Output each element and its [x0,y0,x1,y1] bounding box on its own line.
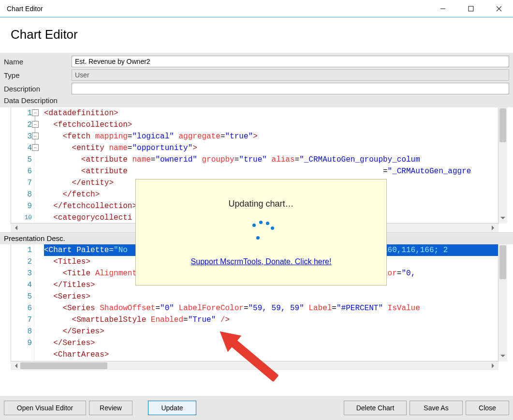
scroll-down-icon[interactable] [498,353,507,361]
scroll-down-icon[interactable] [498,215,507,224]
data-vertical-scrollbar[interactable] [498,107,507,224]
scroll-left-icon[interactable] [11,361,19,370]
delete-chart-button[interactable]: Delete Chart [344,401,407,415]
description-label: Description [4,85,72,93]
review-button[interactable]: Review [89,401,132,415]
popup-message: Updating chart… [228,199,293,209]
fold-icon[interactable]: − [32,133,39,139]
window-title: Chart Editor [7,5,43,13]
fold-icon[interactable]: − [32,144,39,151]
bottom-toolbar: Open Visual Editor Review Update Delete … [0,396,513,420]
window-controls [429,0,513,17]
pres-horizontal-scrollbar[interactable] [11,361,498,370]
scroll-right-icon[interactable] [490,224,498,232]
pres-vertical-scrollbar[interactable] [498,244,507,361]
maximize-button[interactable] [457,0,485,17]
data-description-label: Data Description [4,96,72,105]
fold-icon[interactable]: − [32,121,39,128]
scroll-thumb[interactable] [499,108,506,142]
scroll-right-icon[interactable] [490,361,498,370]
pres-gutter: 1234 5678 9 [11,244,34,361]
open-visual-editor-button[interactable]: Open Visual Editor [4,401,86,415]
update-button[interactable]: Update [148,401,196,415]
scroll-thumb[interactable] [20,362,107,369]
page-title: Chart Editor [11,27,507,42]
data-gutter: 1− 2− 3− 4− 5 6 7 8 9 10 [11,107,34,223]
fold-icon[interactable]: − [32,109,39,116]
donate-link[interactable]: Support MscrmTools, Donate. Click here! [191,257,332,266]
titlebar[interactable]: Chart Editor [0,0,513,17]
save-as-button[interactable]: Save As [410,401,463,415]
type-label: Type [4,71,72,79]
close-window-button[interactable] [485,0,513,17]
scroll-left-icon[interactable] [11,224,19,232]
svg-rect-1 [469,6,473,11]
close-button[interactable]: Close [466,401,509,415]
spinner-icon [247,221,276,240]
name-input[interactable] [72,56,509,67]
type-input [72,69,509,81]
scroll-thumb[interactable] [499,245,506,279]
description-input[interactable] [72,83,509,94]
updating-popup: Updating chart… Support MscrmTools, Dona… [135,179,387,285]
name-label: Name [4,58,72,66]
minimize-button[interactable] [429,0,457,17]
